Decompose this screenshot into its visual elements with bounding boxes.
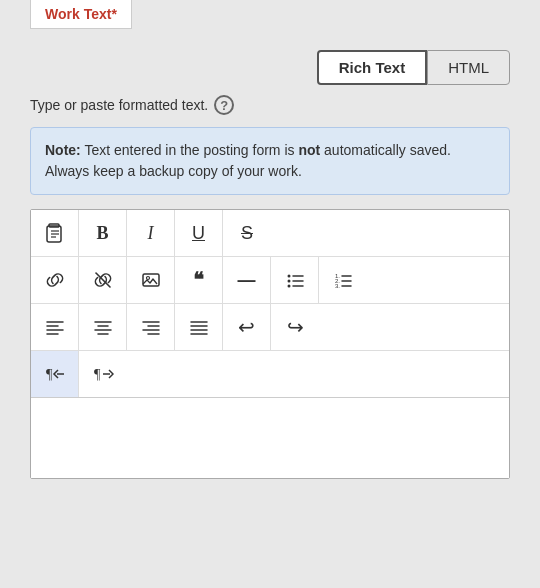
unlink-icon xyxy=(93,270,113,290)
paste-button[interactable] xyxy=(31,210,79,256)
strikethrough-button[interactable]: S xyxy=(223,210,271,256)
tab-row: Rich Text HTML xyxy=(30,50,510,85)
toolbar-row-1: B I U S xyxy=(31,210,509,257)
unlink-button[interactable] xyxy=(79,257,127,303)
ordered-list-button[interactable]: 1. 2. 3. xyxy=(319,257,367,303)
note-text: Text entered in the posting form is xyxy=(81,142,299,158)
image-button[interactable] xyxy=(127,257,175,303)
hint-row: Type or paste formatted text. ? xyxy=(30,95,510,115)
ltr-button[interactable]: ¶ xyxy=(79,351,127,397)
tab-rich-text[interactable]: Rich Text xyxy=(317,50,427,85)
link-icon xyxy=(45,270,65,290)
hr-button[interactable]: — xyxy=(223,257,271,303)
svg-text:¶: ¶ xyxy=(94,367,101,382)
editor-content-area[interactable] xyxy=(31,398,509,478)
align-center-button[interactable] xyxy=(79,304,127,350)
note-prefix: Note: xyxy=(45,142,81,158)
hint-text: Type or paste formatted text. xyxy=(30,97,208,113)
help-icon[interactable]: ? xyxy=(214,95,234,115)
main-container: Work Text* Rich Text HTML Type or paste … xyxy=(0,0,540,588)
svg-text:¶: ¶ xyxy=(46,367,53,382)
note-box: Note: Text entered in the posting form i… xyxy=(30,127,510,195)
svg-point-8 xyxy=(287,275,290,278)
align-right-button[interactable] xyxy=(127,304,175,350)
note-bold: not xyxy=(298,142,320,158)
align-right-icon xyxy=(141,317,161,337)
tab-html[interactable]: HTML xyxy=(427,50,510,85)
italic-button[interactable]: I xyxy=(127,210,175,256)
ordered-list-icon: 1. 2. 3. xyxy=(333,270,353,290)
rtl-button[interactable]: ¶ xyxy=(31,351,79,397)
svg-point-9 xyxy=(287,280,290,283)
unordered-list-button[interactable] xyxy=(271,257,319,303)
align-left-icon xyxy=(45,317,65,337)
svg-text:3.: 3. xyxy=(335,283,340,289)
rtl-icon: ¶ xyxy=(44,363,66,385)
svg-point-7 xyxy=(146,277,149,280)
paste-icon xyxy=(44,222,66,244)
align-left-button[interactable] xyxy=(31,304,79,350)
toolbar-row-3: ↩ ↪ xyxy=(31,304,509,351)
align-justify-button[interactable] xyxy=(175,304,223,350)
unordered-list-icon xyxy=(285,270,305,290)
bold-button[interactable]: B xyxy=(79,210,127,256)
toolbar: B I U S xyxy=(31,210,509,398)
align-justify-icon xyxy=(189,317,209,337)
undo-button[interactable]: ↩ xyxy=(223,304,271,350)
field-label: Work Text* xyxy=(30,0,132,29)
redo-button[interactable]: ↪ xyxy=(271,304,319,350)
toolbar-row-4: ¶ ¶ xyxy=(31,351,509,397)
toolbar-row-2: ❝ — 1. 2. 3. xyxy=(31,257,509,304)
image-icon xyxy=(141,270,161,290)
underline-button[interactable]: U xyxy=(175,210,223,256)
align-center-icon xyxy=(93,317,113,337)
svg-point-10 xyxy=(287,285,290,288)
link-button[interactable] xyxy=(31,257,79,303)
editor-container: B I U S xyxy=(30,209,510,479)
ltr-icon: ¶ xyxy=(92,363,114,385)
blockquote-button[interactable]: ❝ xyxy=(175,257,223,303)
